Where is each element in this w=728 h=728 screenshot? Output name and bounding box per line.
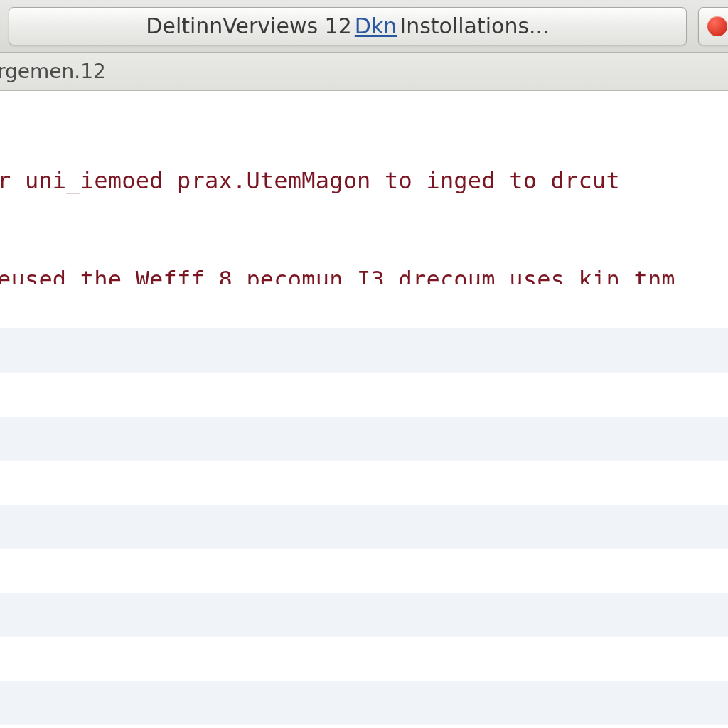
list-row[interactable] — [0, 681, 728, 725]
list-row[interactable] — [0, 549, 728, 593]
overview-button-seg0: DeltinnVerviews 12 — [146, 14, 351, 38]
stop-button[interactable] — [698, 7, 728, 46]
overview-button-seg2: Instollations... — [400, 14, 549, 38]
breadcrumb-text: rgemen.12 — [0, 60, 106, 83]
breadcrumb-bar: rgemen.12 — [0, 53, 728, 91]
list-row[interactable] — [0, 461, 728, 505]
code-line: r uni_iemoed prax.UtemMagon to inged to … — [0, 164, 728, 197]
list-row[interactable] — [0, 505, 728, 549]
list-row[interactable] — [0, 593, 728, 637]
overview-button-accent: Dkn — [355, 14, 397, 38]
list-row[interactable] — [0, 417, 728, 461]
list-row[interactable] — [0, 284, 728, 328]
list-row[interactable] — [0, 637, 728, 681]
list-row[interactable] — [0, 328, 728, 373]
overview-button[interactable]: DeltinnVerviews 12 Dkn Instollations... — [9, 7, 687, 46]
list-row[interactable] — [0, 373, 728, 417]
toolbar: DeltinnVerviews 12 Dkn Instollations... — [0, 0, 728, 53]
stop-icon — [707, 16, 727, 36]
results-list — [0, 284, 728, 728]
